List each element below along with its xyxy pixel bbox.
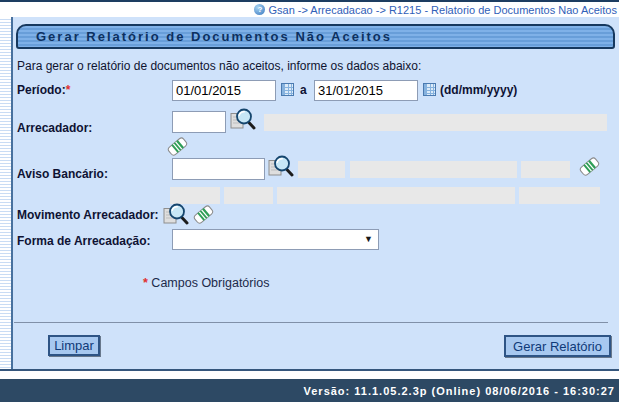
- aviso-bancario-display-3: [521, 161, 570, 178]
- limpar-button[interactable]: Limpar: [48, 335, 100, 356]
- arrecadador-clear-icon[interactable]: [165, 135, 189, 157]
- aviso-bancario-code-input[interactable]: [172, 158, 265, 180]
- version-text: Versão: 11.1.05.2.3p (Online) 08/06/2016…: [304, 385, 616, 397]
- periodo-label: Período:*: [17, 83, 70, 97]
- aviso-bancario-display-6: [277, 187, 515, 204]
- form-panel: Gerar Relatório de Documentos Não Aceito…: [13, 17, 619, 369]
- date-format-hint: (dd/mm/yyyy): [440, 83, 517, 97]
- movimento-search-icon[interactable]: [163, 202, 189, 226]
- periodo-required-marker: *: [66, 83, 71, 97]
- help-icon[interactable]: ?: [254, 4, 265, 15]
- calendar-to-icon[interactable]: [422, 82, 436, 96]
- arrecadador-label: Arrecadador:: [17, 121, 92, 135]
- gsan-window: ? Gsan -> Arrecadacao -> R1215 - Relator…: [0, 0, 619, 402]
- top-breadcrumb-bar: ? Gsan -> Arrecadacao -> R1215 - Relator…: [0, 0, 619, 17]
- gerar-relatorio-button[interactable]: Gerar Relatório: [504, 335, 611, 357]
- aviso-bancario-search-icon[interactable]: [268, 155, 294, 177]
- footer-divider: [14, 322, 608, 323]
- page-title: Gerar Relatório de Documentos Não Aceito…: [18, 29, 392, 44]
- arrecadador-code-input[interactable]: [172, 111, 226, 133]
- movimento-clear-icon[interactable]: [191, 202, 215, 226]
- intro-text: Para gerar o relatório de documentos não…: [17, 59, 421, 73]
- arrecadador-name-display: [264, 114, 607, 131]
- movimento-arrecadador-row: Movimento Arrecadador:: [17, 202, 215, 226]
- aviso-bancario-display-2: [350, 161, 517, 178]
- version-footer-bar: Versão: 11.1.05.2.3p (Online) 08/06/2016…: [0, 379, 619, 402]
- periodo-separator: a: [300, 83, 307, 97]
- calendar-from-icon[interactable]: [280, 82, 294, 96]
- left-stripe-decoration: [0, 17, 13, 369]
- breadcrumb: Gsan -> Arrecadacao -> R1215 - Relatorio…: [268, 4, 617, 16]
- movimento-arrecadador-label: Movimento Arrecadador:: [17, 202, 159, 222]
- aviso-bancario-clear-icon[interactable]: [577, 155, 601, 177]
- page-title-bar: Gerar Relatório de Documentos Não Aceito…: [16, 24, 615, 49]
- aviso-bancario-display-7: [519, 187, 600, 204]
- periodo-date-from-input[interactable]: [172, 80, 276, 101]
- dropdown-arrow-icon: ▼: [364, 235, 373, 244]
- arrecadador-search-icon[interactable]: [230, 108, 256, 130]
- required-note-marker: *: [143, 276, 148, 290]
- required-fields-note: * Campos Obrigatórios: [143, 276, 269, 290]
- periodo-label-text: Período:: [17, 83, 66, 97]
- periodo-date-to-input[interactable]: [314, 80, 418, 101]
- aviso-bancario-display-5: [224, 187, 273, 204]
- aviso-bancario-label: Aviso Bancário:: [17, 167, 108, 181]
- aviso-bancario-display-1: [298, 161, 345, 178]
- forma-arrecadacao-label: Forma de Arrecadação:: [17, 234, 151, 248]
- page-area: Gerar Relatório de Documentos Não Aceito…: [0, 17, 619, 371]
- required-note-text: Campos Obrigatórios: [151, 276, 269, 290]
- forma-arrecadacao-select[interactable]: ▼: [172, 229, 379, 250]
